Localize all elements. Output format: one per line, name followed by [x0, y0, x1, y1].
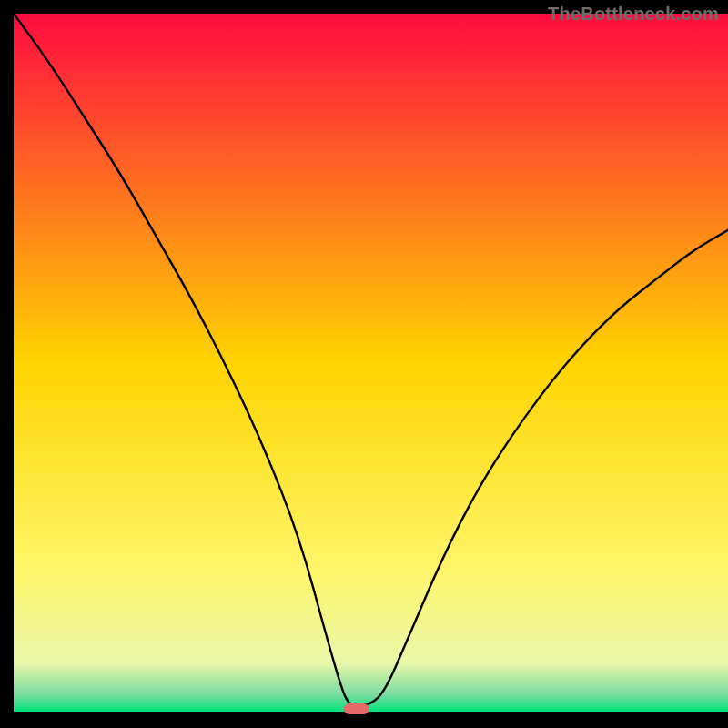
plot-background — [14, 14, 728, 712]
optimal-point-marker — [344, 703, 369, 714]
chart-container: TheBottleneck.com — [0, 0, 728, 728]
watermark-text: TheBottleneck.com — [548, 4, 719, 25]
bottleneck-chart — [0, 0, 728, 728]
